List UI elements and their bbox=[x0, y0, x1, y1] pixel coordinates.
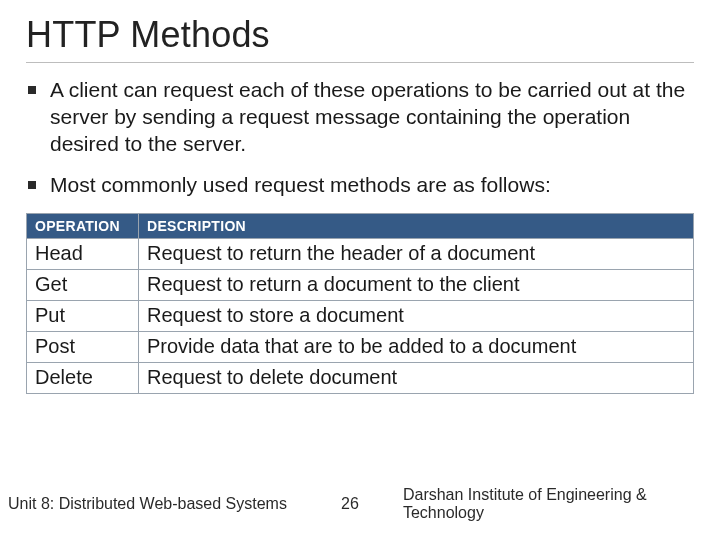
table-row: Delete Request to delete document bbox=[27, 362, 694, 393]
cell-description: Provide data that are to be added to a d… bbox=[139, 331, 694, 362]
table-row: Get Request to return a document to the … bbox=[27, 269, 694, 300]
slide-footer: Unit 8: Distributed Web-based Systems 26… bbox=[0, 486, 720, 522]
cell-operation: Get bbox=[27, 269, 139, 300]
table-row: Head Request to return the header of a d… bbox=[27, 238, 694, 269]
bullet-item: A client can request each of these opera… bbox=[28, 77, 692, 158]
cell-description: Request to return the header of a docume… bbox=[139, 238, 694, 269]
bullet-list: A client can request each of these opera… bbox=[26, 77, 694, 199]
cell-description: Request to return a document to the clie… bbox=[139, 269, 694, 300]
bullet-text: A client can request each of these opera… bbox=[50, 77, 692, 158]
slide: HTTP Methods A client can request each o… bbox=[0, 0, 720, 540]
square-bullet-icon bbox=[28, 86, 36, 94]
cell-operation: Put bbox=[27, 300, 139, 331]
footer-unit: Unit 8: Distributed Web-based Systems bbox=[8, 495, 287, 513]
cell-description: Request to delete document bbox=[139, 362, 694, 393]
col-header-description: DESCRIPTION bbox=[139, 213, 694, 238]
cell-description: Request to store a document bbox=[139, 300, 694, 331]
footer-page-number: 26 bbox=[315, 495, 385, 513]
methods-table: OPERATION DESCRIPTION Head Request to re… bbox=[26, 213, 694, 394]
table-row: Put Request to store a document bbox=[27, 300, 694, 331]
title-divider bbox=[26, 62, 694, 63]
col-header-operation: OPERATION bbox=[27, 213, 139, 238]
cell-operation: Head bbox=[27, 238, 139, 269]
bullet-text: Most commonly used request methods are a… bbox=[50, 172, 692, 199]
table-row: Post Provide data that are to be added t… bbox=[27, 331, 694, 362]
footer-institute: Darshan Institute of Engineering & Techn… bbox=[403, 486, 696, 522]
table-header-row: OPERATION DESCRIPTION bbox=[27, 213, 694, 238]
page-title: HTTP Methods bbox=[26, 14, 694, 56]
bullet-item: Most commonly used request methods are a… bbox=[28, 172, 692, 199]
cell-operation: Post bbox=[27, 331, 139, 362]
square-bullet-icon bbox=[28, 181, 36, 189]
cell-operation: Delete bbox=[27, 362, 139, 393]
